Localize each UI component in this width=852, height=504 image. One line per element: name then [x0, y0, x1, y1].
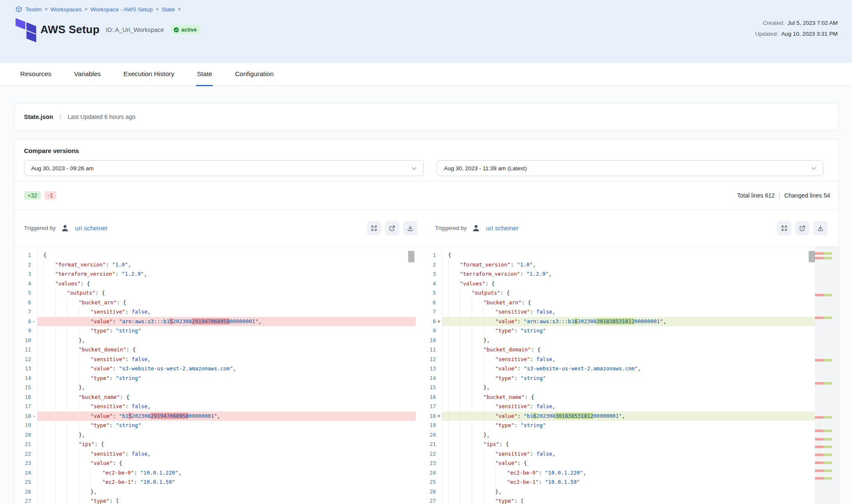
deleted-marker	[815, 477, 823, 480]
status-badge: active	[170, 25, 201, 34]
state-file-name: State.json	[24, 113, 53, 120]
line-number: 27	[14, 496, 31, 504]
added-marker	[823, 446, 832, 448]
line-gutter: 27	[419, 496, 442, 504]
code-line: 3"terraform_version": "1.2.9",	[14, 269, 416, 279]
code-content: "bucket_arn": {	[442, 298, 815, 308]
indent-guide	[55, 430, 67, 440]
expand-icon[interactable]	[367, 221, 381, 235]
diff-marker	[31, 430, 37, 440]
breadcrumb-link-testim[interactable]: Testim	[25, 6, 42, 13]
breadcrumb-link-state[interactable]: State	[162, 6, 175, 13]
indent-guide	[67, 383, 79, 393]
indent-guide	[448, 449, 460, 459]
diff-marker	[436, 421, 442, 430]
code-line: 15},	[14, 383, 416, 393]
code-line: 16"bucket_name": {	[419, 393, 815, 402]
breadcrumb-separator: >	[156, 6, 159, 12]
code-content: "ips": {	[442, 440, 815, 449]
code-line: 2"format_version": "1.0",	[419, 260, 815, 270]
page-title: AWS Setup	[40, 23, 99, 36]
code-line: 11"bucket_domain": {	[419, 345, 815, 355]
indent-guide	[79, 478, 90, 487]
code-line: 12"sensitive": false,	[14, 355, 416, 364]
line-gutter: 6	[419, 298, 442, 308]
open-external-icon[interactable]	[385, 221, 399, 235]
breadcrumb-separator: >	[85, 6, 88, 12]
indent-guide	[483, 449, 495, 459]
indent-guide	[67, 364, 79, 374]
indent-guide	[460, 412, 472, 421]
indent-guide	[448, 459, 460, 468]
triggered-by-user-link[interactable]: uri scheiner	[486, 224, 519, 232]
code-line: 10},	[419, 336, 815, 346]
line-number: 9	[14, 326, 31, 336]
tab-execution-history[interactable]: Execution History	[123, 63, 175, 86]
download-icon[interactable]	[403, 221, 417, 235]
line-number: 1	[14, 251, 31, 260]
indent-guide	[79, 402, 90, 412]
indent-guide	[43, 317, 55, 327]
tab-resources[interactable]: Resources	[19, 63, 52, 86]
indent-guide	[460, 345, 472, 355]
header-meta: Created:Jul 5, 2023 7:02 AM Updated:Aug …	[755, 20, 838, 42]
open-external-icon[interactable]	[795, 221, 810, 235]
indent-guide	[43, 468, 55, 478]
code-line: 27"type": [	[14, 496, 416, 504]
indent-guide	[43, 336, 55, 346]
indent-guide	[79, 317, 90, 327]
line-gutter: 9	[14, 326, 37, 336]
triggered-by-user-link[interactable]: uri scheiner	[75, 224, 108, 232]
indent-guide	[483, 496, 495, 504]
breadcrumb-link-workspace-aws-setup[interactable]: Workspace - AWS Setup	[90, 6, 153, 13]
code-line: 14"type": "string"	[419, 374, 815, 383]
diff-marker-pair	[815, 252, 832, 255]
indent-guide	[43, 279, 55, 289]
indent-guide	[448, 440, 460, 449]
diff-marker	[436, 440, 442, 449]
diff-editor: 1{2"format_version": "1.0",3"terraform_v…	[14, 246, 839, 504]
version-select-left[interactable]: Aug 30, 2023 - 09:26 am	[24, 160, 424, 176]
version-select-right[interactable]: Aug 30, 2023 - 11:39 am (Latest)	[437, 160, 823, 176]
line-gutter: 16	[419, 393, 442, 402]
code-content: "type": "string"	[37, 326, 416, 336]
code-line: 4"values": {	[419, 279, 815, 289]
diff-marker	[436, 279, 442, 289]
line-gutter: 2	[419, 260, 442, 270]
expand-icon[interactable]	[777, 221, 791, 235]
line-number: 7	[14, 307, 31, 317]
code-content: "type": [	[37, 496, 416, 504]
diff-marker	[31, 449, 37, 459]
indent-guide	[43, 307, 55, 317]
line-number: 4	[14, 279, 31, 289]
indent-guide	[43, 383, 55, 393]
breadcrumb-link-workspaces[interactable]: Workspaces	[50, 6, 82, 13]
tab-configuration[interactable]: Configuration	[234, 63, 274, 86]
indent-guide	[472, 430, 483, 440]
indent-guide	[472, 496, 483, 504]
indent-guide	[67, 440, 79, 449]
diff-marker	[436, 326, 442, 336]
line-number: 11	[419, 345, 436, 355]
scrollbar-thumb[interactable]	[809, 251, 815, 262]
diff-overview-ruler[interactable]	[815, 247, 839, 504]
workspace-id: ID: A_Uri_Workspace	[106, 26, 164, 33]
tab-state[interactable]: State	[196, 63, 213, 86]
code-content: "ips": {	[37, 440, 416, 449]
line-number: 3	[14, 269, 31, 279]
indent-guide	[483, 307, 495, 317]
added-marker	[823, 252, 832, 255]
indent-guide	[472, 317, 483, 327]
download-icon[interactable]	[813, 221, 828, 235]
tab-variables[interactable]: Variables	[73, 63, 101, 86]
indent-guide	[448, 288, 460, 298]
indent-guide	[483, 412, 495, 421]
indent-guide	[483, 326, 495, 336]
cube-icon	[16, 6, 22, 13]
line-gutter: 3	[14, 269, 37, 279]
indent-guide	[90, 468, 102, 478]
line-number: 18	[14, 412, 31, 421]
code-pane-right: 1{2"format_version": "1.0",3"terraform_v…	[419, 247, 839, 504]
scrollbar-thumb[interactable]	[408, 251, 414, 262]
diff-marker	[436, 383, 442, 393]
